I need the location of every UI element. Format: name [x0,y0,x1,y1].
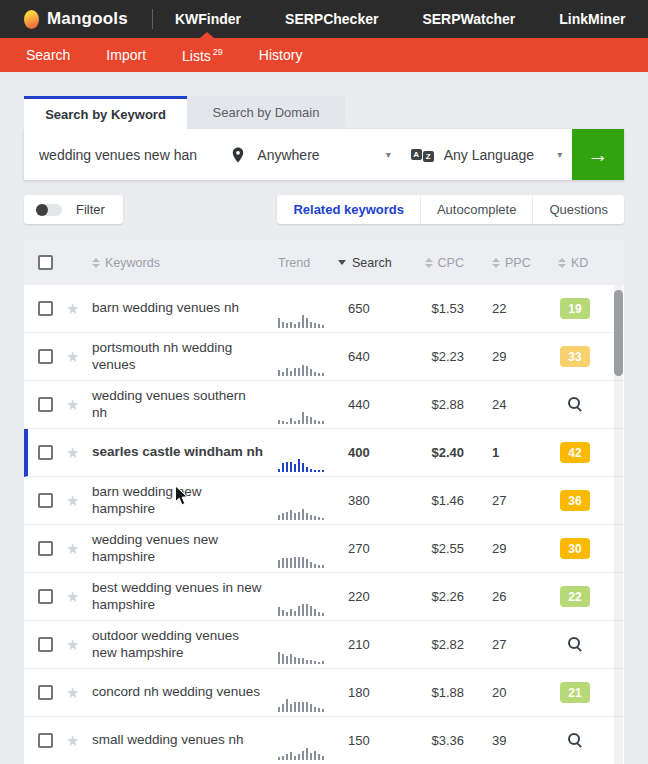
row-checkbox[interactable] [38,349,53,364]
keyword-text[interactable]: barn wedding venues nh [92,300,239,317]
filter-toggle-switch[interactable] [36,204,62,216]
row-checkbox[interactable] [38,301,53,316]
topbar-divider [152,9,153,29]
favorite-star-icon[interactable]: ★ [66,396,79,414]
kd-badge[interactable]: 19 [560,298,590,319]
favorite-star-icon[interactable]: ★ [66,636,79,654]
subnav-lists[interactable]: Lists29 [182,47,223,64]
ppc-value: 29 [492,349,506,364]
mangools-brand[interactable]: Mangools [24,9,128,29]
kd-search-icon[interactable] [568,637,583,652]
keyword-text[interactable]: outdoor wedding venues new hampshire [92,628,264,662]
header-ppc[interactable]: PPC [466,256,526,270]
subnav-import[interactable]: Import [106,47,146,63]
table-row[interactable]: ★best wedding venues in new hampshire220… [24,573,624,621]
ppc-value: 24 [492,397,506,412]
tab-related-keywords[interactable]: Related keywords [277,195,420,224]
tab-search-by-keyword[interactable]: Search by Keyword [24,96,187,129]
select-all-checkbox[interactable] [38,255,53,270]
keyword-text[interactable]: searles castle windham nh [92,444,263,461]
favorite-star-icon[interactable]: ★ [66,492,79,510]
search-volume: 440 [348,397,370,412]
keyword-search-bar: Anywhere ▾ AZ Any Language ▾ → [24,129,624,180]
app-switcher-nav: KWFinder SERPChecker SERPWatcher LinkMin… [175,11,625,27]
ppc-value: 20 [492,685,506,700]
favorite-star-icon[interactable]: ★ [66,588,79,606]
translate-icon: AZ [411,149,434,160]
favorite-star-icon[interactable]: ★ [66,444,79,462]
header-keywords[interactable]: Keywords [92,256,264,270]
row-checkbox[interactable] [38,733,53,748]
favorite-star-icon[interactable]: ★ [66,732,79,750]
trend-sparkline [278,600,324,616]
row-checkbox[interactable] [38,541,53,556]
table-row[interactable]: ★small wedding venues nh150$3.3639 [24,717,624,764]
mangools-logo-icon [24,10,39,29]
table-row[interactable]: ★portsmouth nh wedding venues640$2.23293… [24,333,624,381]
nav-kwfinder[interactable]: KWFinder [175,11,241,27]
kd-badge[interactable]: 33 [560,346,590,367]
table-row[interactable]: ★wedding venues southern nh440$2.8824 [24,381,624,429]
keyword-text[interactable]: portsmouth nh wedding venues [92,340,264,374]
keyword-text[interactable]: wedding venues southern nh [92,388,264,422]
keyword-text[interactable]: barn wedding new hampshire [92,484,264,518]
kd-badge[interactable]: 21 [560,682,590,703]
kd-badge[interactable]: 30 [560,538,590,559]
keyword-text[interactable]: wedding venues new hampshire [92,532,264,566]
search-volume: 220 [348,589,370,604]
row-checkbox[interactable] [38,637,53,652]
tab-questions[interactable]: Questions [532,195,624,224]
table-row[interactable]: ★barn wedding venues nh650$1.532219 [24,285,624,333]
ppc-value: 1 [492,445,499,460]
header-search[interactable]: Search [320,256,376,270]
cpc-value: $2.55 [431,541,464,556]
trend-sparkline [278,360,324,376]
table-row[interactable]: ★wedding venues new hampshire270$2.55293… [24,525,624,573]
trend-sparkline [278,744,324,760]
sort-icon [425,258,433,268]
table-row[interactable]: ★outdoor wedding venues new hampshire210… [24,621,624,669]
nav-serpwatcher[interactable]: SERPWatcher [422,11,515,27]
nav-linkminer[interactable]: LinkMiner [559,11,625,27]
favorite-star-icon[interactable]: ★ [66,540,79,558]
row-checkbox[interactable] [38,493,53,508]
location-select[interactable]: Anywhere ▾ [219,129,400,180]
header-cpc[interactable]: CPC [376,256,466,270]
scrollbar-thumb[interactable] [614,290,623,376]
row-checkbox[interactable] [38,397,53,412]
search-volume: 380 [348,493,370,508]
kd-badge[interactable]: 22 [560,586,590,607]
search-volume: 180 [348,685,370,700]
keyword-text[interactable]: concord nh wedding venues [92,684,260,701]
keyword-text[interactable]: small wedding venues nh [92,732,244,749]
filter-toggle-card[interactable]: Filter [24,195,123,224]
arrow-right-icon: → [588,143,609,167]
row-checkbox[interactable] [38,589,53,604]
row-checkbox[interactable] [38,685,53,700]
header-kd[interactable]: KD [526,256,624,270]
kd-search-icon[interactable] [568,397,583,412]
kd-search-icon[interactable] [568,733,583,748]
kd-badge[interactable]: 36 [560,490,590,511]
language-select[interactable]: AZ Any Language ▾ [401,129,572,180]
trend-sparkline [278,312,324,328]
row-checkbox[interactable] [38,445,53,460]
favorite-star-icon[interactable]: ★ [66,348,79,366]
search-submit-button[interactable]: → [572,129,624,180]
subnav-search[interactable]: Search [26,47,70,63]
table-row[interactable]: ★barn wedding new hampshire380$1.462736 [24,477,624,525]
favorite-star-icon[interactable]: ★ [66,684,79,702]
header-trend: Trend [264,240,320,285]
tab-search-by-domain[interactable]: Search by Domain [187,96,345,129]
favorite-star-icon[interactable]: ★ [66,300,79,318]
subnav-history[interactable]: History [259,47,303,63]
keyword-query-input[interactable] [39,147,219,163]
tab-autocomplete[interactable]: Autocomplete [420,195,533,224]
table-row[interactable]: ★concord nh wedding venues180$1.882021 [24,669,624,717]
trend-sparkline [278,648,324,664]
kd-badge[interactable]: 42 [560,442,590,463]
nav-serpchecker[interactable]: SERPChecker [285,11,378,27]
keyword-text[interactable]: best wedding venues in new hampshire [92,580,264,614]
cpc-value: $1.53 [431,301,464,316]
table-row[interactable]: ★searles castle windham nh400$2.40142 [24,429,624,477]
